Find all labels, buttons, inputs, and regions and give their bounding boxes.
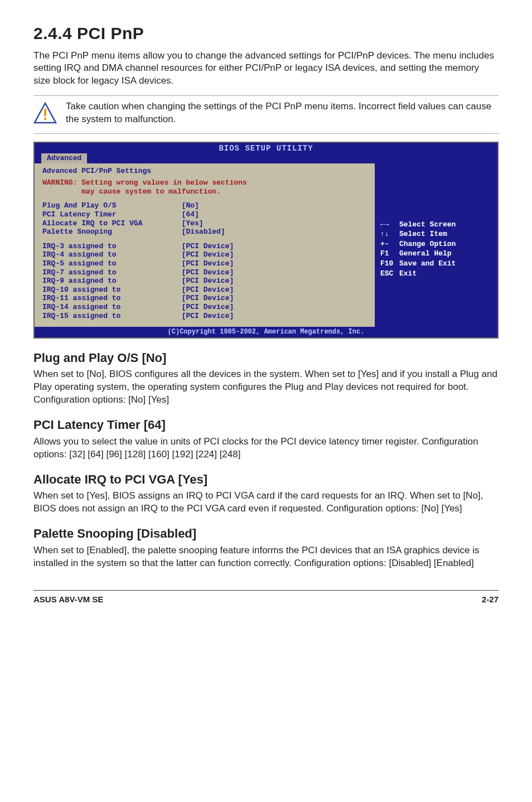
hint-text: Change Option — [399, 240, 456, 249]
bios-hint-row: ←→Select Screen — [380, 220, 492, 229]
caution-text: Take caution when changing the settings … — [66, 100, 499, 126]
bios-copyright: (C)Copyright 1985-2002, American Megatre… — [35, 327, 497, 337]
hint-text: Exit — [399, 269, 417, 278]
hint-text: Select Screen — [399, 220, 456, 229]
bios-warning: WARNING: Setting wrong values in below s… — [42, 178, 367, 196]
bios-section-title: Advanced PCI/PnP Settings — [42, 167, 367, 176]
svg-rect-1 — [44, 109, 46, 116]
hint-symbol: F10 — [380, 259, 395, 268]
page-footer: ASUS A8V-VM SE 2-27 — [33, 590, 499, 605]
footer-right: 2-27 — [482, 594, 499, 605]
section-plug-title: Plug and Play O/S [No] — [33, 350, 499, 366]
bios-tab-advanced[interactable]: Advanced — [41, 153, 87, 163]
bios-hint-row: +-Change Option — [380, 240, 492, 249]
bios-settings-list: Plug And Play O/S [No] PCI Latency Timer… — [42, 201, 367, 236]
bios-left-panel: Advanced PCI/PnP Settings WARNING: Setti… — [35, 163, 375, 327]
bios-hint-row: ↑↓Select Item — [380, 230, 492, 239]
bios-help-panel: ←→Select Screen↑↓Select Item+-Change Opt… — [375, 163, 497, 327]
bios-hint-row: F10Save and Exit — [380, 259, 492, 268]
bios-hint-row: F1General Help — [380, 249, 492, 258]
section-palette-title: Palette Snooping [Disabled] — [33, 525, 499, 542]
caution-box: Take caution when changing the settings … — [33, 95, 499, 134]
intro-paragraph: The PCI PnP menu items allow you to chan… — [33, 50, 499, 88]
bios-screenshot: BIOS SETUP UTILITY Advanced Advanced PCI… — [33, 142, 499, 338]
section-latency-title: PCI Latency Timer [64] — [33, 417, 499, 433]
hint-text: General Help — [399, 249, 452, 258]
hint-symbol: F1 — [380, 249, 395, 258]
bios-irq-list: IRQ-3 assigned to [PCI Device] IRQ-4 ass… — [42, 242, 367, 320]
hint-text: Select Item — [399, 230, 447, 239]
footer-left: ASUS A8V-VM SE — [33, 594, 103, 605]
page-heading: 2.4.4 PCI PnP — [33, 22, 499, 45]
bios-title: BIOS SETUP UTILITY — [35, 143, 497, 153]
warning-icon — [33, 102, 57, 129]
hint-text: Save and Exit — [399, 259, 456, 268]
bios-hint-row: ESCExit — [380, 269, 492, 278]
svg-rect-2 — [44, 118, 46, 120]
hint-symbol: +- — [380, 240, 395, 249]
hint-symbol: ESC — [380, 269, 395, 278]
hint-symbol: ↑↓ — [380, 230, 395, 239]
hint-symbol: ←→ — [380, 220, 395, 229]
section-irqvga-title: Allocate IRQ to PCI VGA [Yes] — [33, 471, 499, 488]
section-irqvga-body: When set to [Yes], BIOS assigns an IRQ t… — [33, 490, 499, 515]
section-latency-body: Allows you to select the value in units … — [33, 436, 499, 461]
section-plug-body: When set to [No], BIOS configures all th… — [33, 368, 499, 407]
section-palette-body: When set to [Enabled], the palette snoop… — [33, 544, 499, 570]
